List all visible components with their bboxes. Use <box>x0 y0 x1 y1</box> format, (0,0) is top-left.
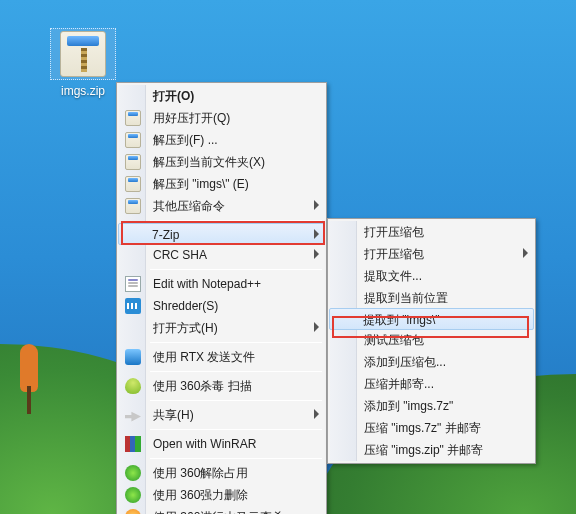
menu-extract-to[interactable]: 解压到(F) ... <box>119 129 324 151</box>
submenu-test-archive[interactable]: 测试压缩包 <box>330 329 533 351</box>
shredder-icon <box>125 298 141 314</box>
context-menu: 打开(O) 用好压打开(Q) 解压到(F) ... 解压到当前文件夹(X) 解压… <box>116 82 327 514</box>
menu-360-force-delete[interactable]: 使用 360强力删除 <box>119 484 324 506</box>
menu-other-compress[interactable]: 其他压缩命令 <box>119 195 324 217</box>
submenu-add-imgs7z[interactable]: 添加到 "imgs.7z" <box>330 395 533 417</box>
menu-360-scan[interactable]: 使用 360杀毒 扫描 <box>119 375 324 397</box>
submenu-open-archive-more[interactable]: 打开压缩包 <box>330 243 533 265</box>
submenu-arrow-icon <box>314 249 319 259</box>
submenu-arrow-icon <box>523 248 528 258</box>
archive-icon <box>125 198 141 214</box>
submenu-compress-7z-mail[interactable]: 压缩 "imgs.7z" 并邮寄 <box>330 417 533 439</box>
share-icon <box>125 407 141 423</box>
menu-shredder[interactable]: Shredder(S) <box>119 295 324 317</box>
submenu-extract-files[interactable]: 提取文件... <box>330 265 533 287</box>
menu-separator <box>150 371 322 372</box>
menu-360-unlock[interactable]: 使用 360解除占用 <box>119 462 324 484</box>
archive-icon <box>125 154 141 170</box>
archive-icon <box>60 31 106 77</box>
submenu-arrow-icon <box>314 229 319 239</box>
submenu-compress-email[interactable]: 压缩并邮寄... <box>330 373 533 395</box>
submenu-arrow-icon <box>314 409 319 419</box>
menu-haozip-open[interactable]: 用好压打开(Q) <box>119 107 324 129</box>
submenu-compress-zip-mail[interactable]: 压缩 "imgs.zip" 并邮寄 <box>330 439 533 461</box>
menu-separator <box>150 220 322 221</box>
menu-separator <box>150 400 322 401</box>
menu-separator <box>150 269 322 270</box>
submenu-arrow-icon <box>314 200 319 210</box>
menu-separator <box>150 429 322 430</box>
desktop-file[interactable]: imgs.zip <box>50 28 116 99</box>
shield-icon <box>125 378 141 394</box>
menu-crc-sha[interactable]: CRC SHA <box>119 244 324 266</box>
submenu-extract-imgs[interactable]: 提取到 "imgs\" <box>329 308 534 330</box>
menu-open[interactable]: 打开(O) <box>119 85 324 107</box>
menu-share[interactable]: 共享(H) <box>119 404 324 426</box>
360-icon <box>125 465 141 481</box>
notepadpp-icon <box>125 276 141 292</box>
360-icon <box>125 487 141 503</box>
submenu-arrow-icon <box>314 322 319 332</box>
menu-extract-here[interactable]: 解压到当前文件夹(X) <box>119 151 324 173</box>
archive-icon <box>125 176 141 192</box>
submenu-open-archive[interactable]: 打开压缩包 <box>330 221 533 243</box>
menu-extract-imgs[interactable]: 解压到 "imgs\" (E) <box>119 173 324 195</box>
submenu-extract-here[interactable]: 提取到当前位置 <box>330 287 533 309</box>
360-icon <box>125 509 141 514</box>
menu-open-winrar[interactable]: Open with WinRAR <box>119 433 324 455</box>
rtx-icon <box>125 349 141 365</box>
menu-7zip[interactable]: 7-Zip <box>118 223 325 245</box>
menu-separator <box>150 342 322 343</box>
menu-open-with[interactable]: 打开方式(H) <box>119 317 324 339</box>
submenu-7zip: 打开压缩包 打开压缩包 提取文件... 提取到当前位置 提取到 "imgs\" … <box>327 218 536 464</box>
menu-360-trojan-scan[interactable]: 使用 360进行木马云查杀 <box>119 506 324 514</box>
wallpaper-tree <box>18 344 40 414</box>
menu-rtx-send[interactable]: 使用 RTX 发送文件 <box>119 346 324 368</box>
menu-separator <box>150 458 322 459</box>
archive-icon <box>125 110 141 126</box>
winrar-icon <box>125 436 141 452</box>
submenu-add-to-archive[interactable]: 添加到压缩包... <box>330 351 533 373</box>
menu-edit-notepadpp[interactable]: Edit with Notepad++ <box>119 273 324 295</box>
file-name: imgs.zip <box>57 83 109 99</box>
archive-icon <box>125 132 141 148</box>
